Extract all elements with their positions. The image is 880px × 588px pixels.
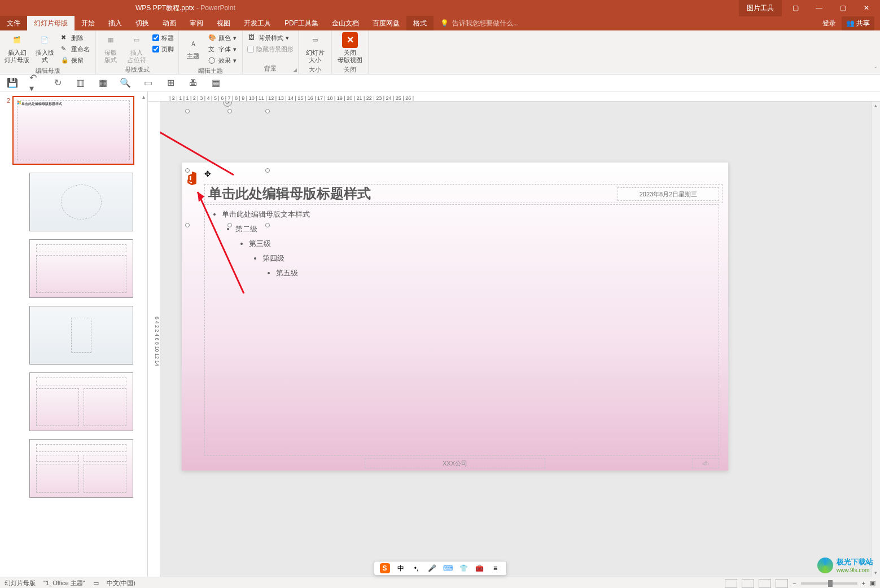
tab-devtools[interactable]: 开发工具 (237, 16, 278, 30)
ime-keyboard-icon[interactable]: ⌨ (443, 563, 453, 573)
vertical-ruler[interactable]: 6 4 2 2 4 6 8 10 12 14 (148, 102, 160, 577)
redo-button[interactable]: ↻ (52, 77, 63, 89)
scroll-up-icon[interactable]: ▴ (142, 94, 145, 100)
slideshow-view-button[interactable] (776, 579, 788, 588)
ime-toolbar[interactable]: S 中 •, 🎤 ⌨ 👕 🧰 ≡ (374, 561, 507, 576)
slide-number-placeholder[interactable]: ‹#› (692, 458, 719, 468)
tab-view[interactable]: 视图 (210, 16, 237, 30)
minimize-button[interactable]: — (812, 2, 826, 14)
resize-handle-e[interactable] (265, 168, 270, 173)
slide-canvas[interactable]: ⟳ ✥ 单击此处编辑母版标题样式 (182, 163, 728, 471)
slide-size-button[interactable]: ▭ 幻灯片 大小 (302, 32, 328, 64)
resize-handle-ne[interactable] (265, 109, 270, 113)
tab-insert[interactable]: 插入 (102, 16, 129, 30)
tab-transitions[interactable]: 切换 (129, 16, 156, 30)
placeholder-icon: ▭ (129, 32, 145, 48)
hide-bg-graphics-checkbox[interactable]: 隐藏背景图形 (246, 44, 295, 54)
layout-thumbnail-1[interactable] (29, 173, 145, 231)
office-logo-image[interactable] (185, 171, 199, 186)
rename-button[interactable]: ✎重命名 (59, 44, 92, 54)
layout-thumbnail-3[interactable] (29, 306, 145, 365)
status-theme[interactable]: "1_Office 主题" (43, 579, 85, 587)
ime-toolbox-icon[interactable]: 🧰 (475, 563, 485, 573)
status-mode[interactable]: 幻灯片母版 (5, 579, 36, 587)
scroll-up-arrow-icon[interactable]: ▴ (874, 103, 877, 108)
ribbon-tabs: 文件 幻灯片母版 开始 插入 切换 动画 审阅 视图 开发工具 PDF工具集 金… (0, 16, 880, 30)
tab-pdf-tools[interactable]: PDF工具集 (278, 16, 325, 30)
tab-review[interactable]: 审阅 (183, 16, 210, 30)
master-thumbnail[interactable]: 2 单击此处编辑母版标题样式 (2, 96, 145, 165)
tab-kingsoft-docs[interactable]: 金山文档 (325, 16, 366, 30)
normal-view-button[interactable] (725, 579, 737, 588)
context-tab-picture-tools: 图片工具 (739, 0, 782, 16)
preserve-button[interactable]: 🔒保留 (59, 55, 92, 65)
body-placeholder[interactable]: 单击此处编辑母版文本样式 第二级 第三级 第四级 第五级 (204, 204, 719, 456)
colors-dropdown[interactable]: 🎨颜色 ▾ (206, 33, 239, 43)
zoom-out-button[interactable]: − (793, 580, 796, 587)
share-icon: 👥 (846, 19, 855, 27)
layout-thumbnail-4[interactable] (29, 372, 145, 431)
layout-thumbnail-5[interactable] (29, 439, 145, 498)
title-checkbox[interactable]: 标题 (151, 33, 175, 43)
insert-slide-master-button[interactable]: 🗂️ 插入幻 灯片母版 (3, 32, 30, 64)
ime-voice-icon[interactable]: 🎤 (427, 563, 437, 573)
qat-btn-4[interactable]: ▭ (142, 77, 154, 89)
footer-placeholder[interactable]: XXX公司 (365, 458, 545, 468)
tell-me-search[interactable]: 💡 告诉我您想要做什么... (440, 16, 519, 30)
tab-file[interactable]: 文件 (0, 16, 27, 30)
qat-btn-3[interactable]: 🔍 (120, 77, 131, 89)
background-dialog-launcher[interactable]: ◢ (293, 67, 297, 73)
sorter-view-button[interactable] (742, 579, 754, 588)
status-language[interactable]: 中文(中国) (107, 579, 135, 587)
close-master-view-button[interactable]: ✕ 关闭 母版视图 (335, 32, 365, 64)
qat-btn-1[interactable]: ▥ (75, 77, 86, 89)
body-level-3: 第三级 (249, 239, 712, 249)
resize-handle-sw[interactable] (185, 223, 190, 227)
reading-view-button[interactable] (759, 579, 771, 588)
delete-button[interactable]: ✖删除 (59, 33, 92, 43)
watermark-logo-icon (817, 558, 833, 573)
ime-skin-icon[interactable]: 👕 (459, 563, 469, 573)
zoom-in-button[interactable]: + (862, 580, 865, 587)
share-button[interactable]: 👥 共享 (842, 16, 874, 30)
tab-slide-master[interactable]: 幻灯片母版 (27, 16, 75, 30)
scroll-down-arrow-icon[interactable]: ▾ (874, 570, 877, 576)
insert-placeholder-button: ▭ 插入 占位符 (124, 32, 149, 64)
sogou-icon[interactable]: S (380, 563, 390, 573)
insert-layout-button[interactable]: 📄 插入版式 (33, 32, 56, 64)
ime-mode-button[interactable]: 中 (396, 563, 406, 573)
horizontal-ruler[interactable]: | 2 | 1 | 1 | 2 | 3 | 4 | 5 | 6 | 7 | 8 … (148, 91, 880, 102)
slide-canvas-wrap[interactable]: ⟳ ✥ 单击此处编辑母版标题样式 (160, 102, 880, 577)
qat-btn-5[interactable]: ⊞ (165, 77, 176, 89)
date-placeholder[interactable]: 2023年8月2日星期三 (618, 187, 719, 201)
zoom-slider[interactable] (801, 582, 857, 585)
fit-to-window-button[interactable]: ▣ (870, 580, 875, 587)
tab-home[interactable]: 开始 (75, 16, 102, 30)
themes-button[interactable]: Ａ 主题 (182, 32, 204, 64)
tab-baidu-netdisk[interactable]: 百度网盘 (366, 16, 406, 30)
ime-punct-button[interactable]: •, (411, 563, 422, 573)
layout-thumbnail-2[interactable] (29, 239, 145, 298)
qat-btn-2[interactable]: ▦ (97, 77, 108, 89)
login-link[interactable]: 登录 (822, 19, 836, 28)
collapse-ribbon-button[interactable]: ˇ (875, 67, 877, 73)
qat-btn-6[interactable]: 🖶 (187, 77, 199, 89)
vertical-scrollbar[interactable]: ▴ ▾ (871, 102, 880, 577)
tab-animations[interactable]: 动画 (156, 16, 183, 30)
qat-btn-7[interactable]: ▤ (210, 77, 221, 89)
save-button[interactable]: 💾 (7, 77, 18, 89)
footer-checkbox[interactable]: 页脚 (151, 44, 175, 54)
resize-handle-n[interactable] (227, 109, 232, 113)
fonts-dropdown[interactable]: 文字体 ▾ (206, 44, 239, 54)
tab-format[interactable]: 格式 (406, 16, 434, 30)
undo-button[interactable]: ↶ ▾ (29, 77, 41, 89)
resize-handle-nw[interactable] (185, 109, 190, 113)
group-master-layout: ▦ 母版 版式 ▭ 插入 占位符 标题 页脚 母版版式 (96, 30, 179, 74)
thumbnail-pane[interactable]: ▴ 2 单击此处编辑母版标题样式 (0, 91, 148, 577)
ime-menu-icon[interactable]: ≡ (491, 563, 501, 573)
background-styles-dropdown[interactable]: 🖼背景样式 ▾ (246, 33, 295, 43)
effects-dropdown[interactable]: ◯效果 ▾ (206, 55, 239, 65)
maximize-button[interactable]: ▢ (836, 2, 850, 14)
close-window-button[interactable]: ✕ (860, 2, 873, 14)
ribbon-display-options-icon[interactable]: ▢ (789, 2, 802, 14)
